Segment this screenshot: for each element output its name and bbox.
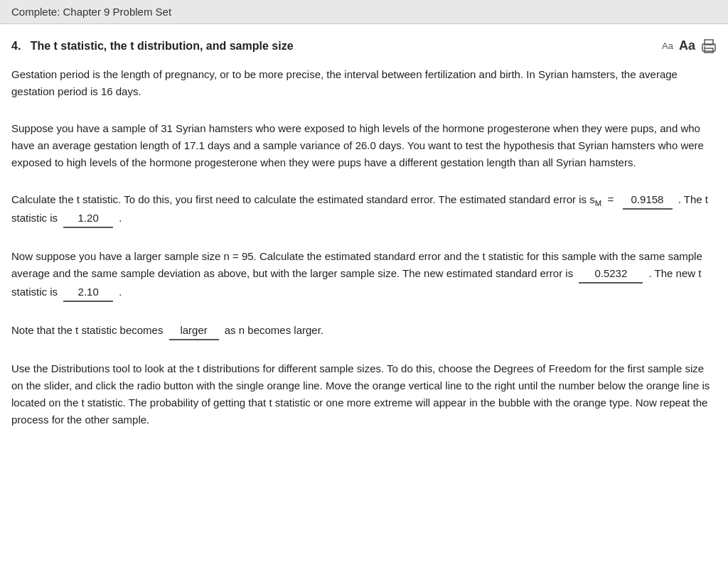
svg-point-3 (704, 46, 705, 48)
note-paragraph: Note that the t statistic becomes larger… (11, 322, 717, 340)
new-se-value-field[interactable]: 0.5232 (579, 265, 643, 284)
title-bar: Complete: Chapter 9 Problem Set (0, 0, 728, 24)
svg-rect-2 (705, 48, 713, 53)
font-controls: Aa Aa (662, 38, 717, 53)
question-header: 4. The t statistic, the t distribution, … (11, 38, 717, 53)
t-value-field[interactable]: 1.20 (63, 210, 113, 228)
calculate-paragraph: Calculate the t statistic. To do this, y… (11, 191, 717, 228)
hypothesis-paragraph: Suppose you have a sample of 31 Syrian h… (11, 120, 717, 171)
intro-paragraph: Gestation period is the length of pregna… (11, 66, 717, 100)
print-icon[interactable] (701, 39, 717, 53)
question-title: 4. The t statistic, the t distribution, … (11, 40, 294, 53)
sm-subscript: M (595, 199, 601, 207)
title-text: Complete: Chapter 9 Problem Set (11, 6, 171, 18)
larger-sample-paragraph: Now suppose you have a larger sample siz… (11, 248, 717, 302)
note-answer-field[interactable]: larger (169, 322, 219, 340)
sm-value-field[interactable]: 0.9158 (623, 191, 673, 210)
content-area: 4. The t statistic, the t distribution, … (0, 24, 728, 453)
new-t-value-field[interactable]: 2.10 (63, 284, 113, 302)
distributions-paragraph: Use the Distributions tool to look at th… (11, 360, 717, 428)
font-small-label[interactable]: Aa (662, 40, 673, 51)
font-large-label[interactable]: Aa (679, 38, 695, 53)
